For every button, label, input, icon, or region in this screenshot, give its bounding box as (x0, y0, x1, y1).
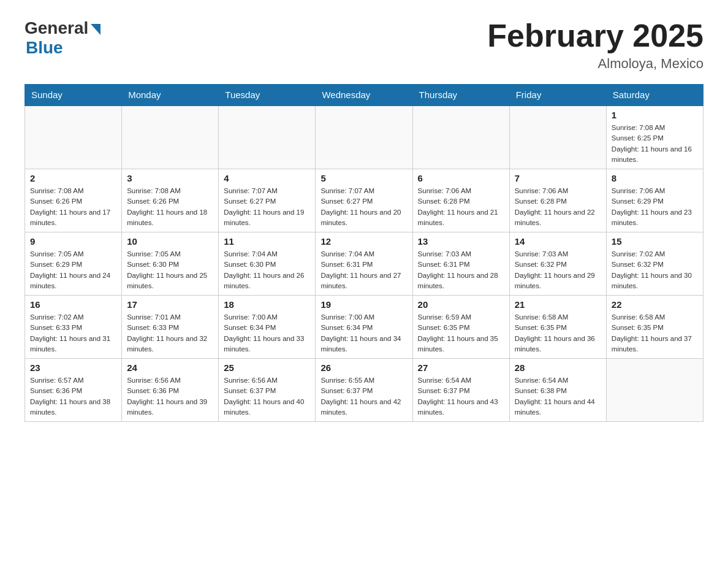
calendar-day-cell: 25Sunrise: 6:56 AM Sunset: 6:37 PM Dayli… (219, 359, 316, 422)
day-number: 14 (515, 236, 601, 247)
calendar-day-cell (606, 359, 703, 422)
day-info: Sunrise: 6:54 AM Sunset: 6:37 PM Dayligh… (418, 375, 504, 418)
header-row: SundayMondayTuesdayWednesdayThursdayFrid… (25, 85, 703, 106)
day-info: Sunrise: 7:05 AM Sunset: 6:29 PM Dayligh… (30, 249, 116, 291)
day-number: 16 (30, 299, 116, 310)
day-number: 23 (30, 362, 116, 373)
calendar-week-row: 9Sunrise: 7:05 AM Sunset: 6:29 PM Daylig… (25, 232, 703, 296)
day-info: Sunrise: 7:08 AM Sunset: 6:26 PM Dayligh… (30, 186, 116, 228)
calendar-day-cell: 17Sunrise: 7:01 AM Sunset: 6:33 PM Dayli… (122, 296, 219, 359)
day-of-week-header: Monday (122, 85, 219, 106)
day-info: Sunrise: 6:56 AM Sunset: 6:37 PM Dayligh… (224, 375, 310, 418)
day-number: 26 (320, 362, 407, 373)
day-of-week-header: Friday (509, 85, 606, 106)
day-number: 17 (127, 299, 213, 310)
month-title: February 2025 (487, 18, 703, 53)
calendar-table: SundayMondayTuesdayWednesdayThursdayFrid… (25, 84, 703, 422)
day-number: 22 (612, 299, 698, 310)
day-number: 13 (418, 236, 504, 247)
logo-general-text: General (25, 18, 88, 38)
day-number: 11 (224, 236, 310, 247)
calendar-day-cell (412, 105, 509, 169)
logo-arrow-icon (91, 24, 100, 35)
calendar-day-cell: 18Sunrise: 7:00 AM Sunset: 6:34 PM Dayli… (219, 296, 316, 359)
day-number: 3 (127, 173, 213, 183)
calendar-week-row: 1Sunrise: 7:08 AM Sunset: 6:25 PM Daylig… (25, 105, 703, 169)
day-number: 15 (612, 236, 698, 247)
page-header: General Blue February 2025 Almoloya, Mex… (25, 18, 703, 72)
day-number: 4 (224, 173, 310, 183)
day-number: 10 (127, 236, 213, 247)
day-of-week-header: Saturday (606, 85, 703, 106)
day-number: 1 (612, 110, 698, 120)
logo: General Blue (25, 18, 100, 58)
day-number: 25 (224, 362, 310, 373)
day-number: 6 (418, 173, 504, 183)
title-area: February 2025 Almoloya, Mexico (487, 18, 703, 72)
day-info: Sunrise: 6:58 AM Sunset: 6:35 PM Dayligh… (612, 312, 698, 354)
day-number: 2 (30, 173, 116, 183)
calendar-day-cell: 12Sunrise: 7:04 AM Sunset: 6:31 PM Dayli… (316, 232, 412, 296)
day-info: Sunrise: 7:05 AM Sunset: 6:30 PM Dayligh… (127, 249, 213, 291)
day-info: Sunrise: 7:03 AM Sunset: 6:31 PM Dayligh… (418, 249, 504, 291)
day-info: Sunrise: 7:06 AM Sunset: 6:28 PM Dayligh… (515, 186, 601, 228)
calendar-day-cell: 14Sunrise: 7:03 AM Sunset: 6:32 PM Dayli… (509, 232, 606, 296)
calendar-day-cell (25, 105, 122, 169)
calendar-day-cell: 24Sunrise: 6:56 AM Sunset: 6:36 PM Dayli… (122, 359, 219, 422)
day-number: 9 (30, 236, 116, 247)
day-info: Sunrise: 7:03 AM Sunset: 6:32 PM Dayligh… (515, 249, 601, 291)
calendar-week-row: 23Sunrise: 6:57 AM Sunset: 6:36 PM Dayli… (25, 359, 703, 422)
day-info: Sunrise: 7:02 AM Sunset: 6:33 PM Dayligh… (30, 312, 116, 354)
day-number: 19 (320, 299, 407, 310)
day-of-week-header: Tuesday (219, 85, 316, 106)
calendar-day-cell: 21Sunrise: 6:58 AM Sunset: 6:35 PM Dayli… (509, 296, 606, 359)
day-info: Sunrise: 6:55 AM Sunset: 6:37 PM Dayligh… (320, 375, 407, 418)
calendar-day-cell: 15Sunrise: 7:02 AM Sunset: 6:32 PM Dayli… (606, 232, 703, 296)
calendar-day-cell: 27Sunrise: 6:54 AM Sunset: 6:37 PM Dayli… (412, 359, 509, 422)
day-info: Sunrise: 6:59 AM Sunset: 6:35 PM Dayligh… (418, 312, 504, 354)
day-info: Sunrise: 6:58 AM Sunset: 6:35 PM Dayligh… (515, 312, 601, 354)
calendar-day-cell (122, 105, 219, 169)
day-info: Sunrise: 7:08 AM Sunset: 6:26 PM Dayligh… (127, 186, 213, 228)
calendar-day-cell: 23Sunrise: 6:57 AM Sunset: 6:36 PM Dayli… (25, 359, 122, 422)
calendar-day-cell: 4Sunrise: 7:07 AM Sunset: 6:27 PM Daylig… (219, 169, 316, 232)
day-info: Sunrise: 6:56 AM Sunset: 6:36 PM Dayligh… (127, 375, 213, 418)
calendar-day-cell: 7Sunrise: 7:06 AM Sunset: 6:28 PM Daylig… (509, 169, 606, 232)
calendar-day-cell: 5Sunrise: 7:07 AM Sunset: 6:27 PM Daylig… (316, 169, 412, 232)
day-number: 12 (320, 236, 407, 247)
location: Almoloya, Mexico (487, 56, 703, 72)
day-info: Sunrise: 7:07 AM Sunset: 6:27 PM Dayligh… (320, 186, 407, 228)
day-number: 5 (320, 173, 407, 183)
day-number: 28 (515, 362, 601, 373)
day-of-week-header: Wednesday (316, 85, 412, 106)
calendar-header: SundayMondayTuesdayWednesdayThursdayFrid… (25, 85, 703, 106)
day-info: Sunrise: 7:07 AM Sunset: 6:27 PM Dayligh… (224, 186, 310, 228)
calendar-day-cell: 6Sunrise: 7:06 AM Sunset: 6:28 PM Daylig… (412, 169, 509, 232)
day-info: Sunrise: 7:06 AM Sunset: 6:29 PM Dayligh… (612, 186, 698, 228)
calendar-day-cell: 16Sunrise: 7:02 AM Sunset: 6:33 PM Dayli… (25, 296, 122, 359)
day-info: Sunrise: 7:08 AM Sunset: 6:25 PM Dayligh… (612, 123, 698, 165)
day-of-week-header: Thursday (412, 85, 509, 106)
logo-blue-text: Blue (26, 38, 63, 58)
day-info: Sunrise: 7:00 AM Sunset: 6:34 PM Dayligh… (224, 312, 310, 354)
day-info: Sunrise: 7:04 AM Sunset: 6:30 PM Dayligh… (224, 249, 310, 291)
calendar-day-cell: 22Sunrise: 6:58 AM Sunset: 6:35 PM Dayli… (606, 296, 703, 359)
calendar-day-cell: 9Sunrise: 7:05 AM Sunset: 6:29 PM Daylig… (25, 232, 122, 296)
day-info: Sunrise: 7:01 AM Sunset: 6:33 PM Dayligh… (127, 312, 213, 354)
calendar-body: 1Sunrise: 7:08 AM Sunset: 6:25 PM Daylig… (25, 105, 703, 422)
calendar-day-cell: 13Sunrise: 7:03 AM Sunset: 6:31 PM Dayli… (412, 232, 509, 296)
day-info: Sunrise: 7:02 AM Sunset: 6:32 PM Dayligh… (612, 249, 698, 291)
calendar-day-cell: 19Sunrise: 7:00 AM Sunset: 6:34 PM Dayli… (316, 296, 412, 359)
day-info: Sunrise: 7:06 AM Sunset: 6:28 PM Dayligh… (418, 186, 504, 228)
calendar-day-cell: 3Sunrise: 7:08 AM Sunset: 6:26 PM Daylig… (122, 169, 219, 232)
calendar-day-cell: 20Sunrise: 6:59 AM Sunset: 6:35 PM Dayli… (412, 296, 509, 359)
day-number: 21 (515, 299, 601, 310)
calendar-day-cell: 28Sunrise: 6:54 AM Sunset: 6:38 PM Dayli… (509, 359, 606, 422)
calendar-day-cell (509, 105, 606, 169)
calendar-day-cell (219, 105, 316, 169)
day-info: Sunrise: 6:57 AM Sunset: 6:36 PM Dayligh… (30, 375, 116, 418)
day-number: 27 (418, 362, 504, 373)
day-number: 8 (612, 173, 698, 183)
calendar-day-cell: 10Sunrise: 7:05 AM Sunset: 6:30 PM Dayli… (122, 232, 219, 296)
day-number: 18 (224, 299, 310, 310)
